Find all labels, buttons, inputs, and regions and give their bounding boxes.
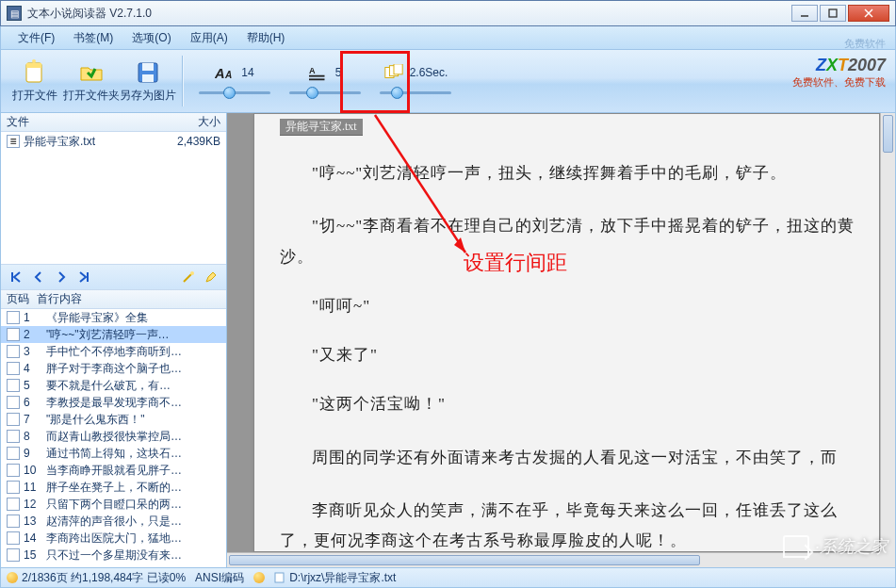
page-first-line: 只留下两个目瞪口呆的两… xyxy=(46,497,220,513)
line-spacing-slider[interactable] xyxy=(289,87,361,98)
menu-bar: 文件(F) 书签(M) 选项(O) 应用(A) 帮助(H) xyxy=(0,26,896,49)
page-icon xyxy=(7,396,20,409)
last-page-button[interactable] xyxy=(74,268,93,286)
page-icon xyxy=(7,447,20,460)
page-row[interactable]: 8而赵青山教授很快掌控局… xyxy=(1,428,226,445)
page-row[interactable]: 7"那是什么鬼东西！" xyxy=(1,411,226,428)
page-first-line: 胖子坐在凳子上，不断的… xyxy=(46,480,220,496)
page-row[interactable]: 9通过书简上得知，这块石… xyxy=(1,445,226,462)
page-row[interactable]: 14李商跨出医院大门，猛地… xyxy=(1,530,226,547)
save-as-image-label: 另存为图片 xyxy=(120,88,176,104)
page-list[interactable]: 1《异能寻宝家》全集2"哼~~"刘艺清轻哼一声…3手中忙个不停地李商听到…4胖子… xyxy=(1,309,226,567)
page-col-num: 页码 xyxy=(7,291,37,307)
page-icon xyxy=(7,514,20,528)
status-bar: 2/1836页 约1,198,484字 已读0% ANSI编码 D:\rjxz\… xyxy=(0,567,896,588)
page-row[interactable]: 13赵清萍的声音很小，只是… xyxy=(1,513,226,530)
page-row[interactable]: 3手中忙个不停地李商听到… xyxy=(1,343,226,360)
page-icon xyxy=(7,481,20,494)
vertical-scrollbar[interactable] xyxy=(880,113,895,552)
page-number: 15 xyxy=(24,548,46,562)
svg-text:A: A xyxy=(309,66,316,75)
page-row[interactable]: 5要不就是什么破瓦，有… xyxy=(1,377,226,394)
open-folder-label: 打开文件夹 xyxy=(63,88,120,104)
scrollbar-thumb[interactable] xyxy=(229,555,700,565)
paragraph: "又来了" xyxy=(280,340,867,370)
page-icon xyxy=(7,413,20,426)
first-page-button[interactable] xyxy=(7,268,25,286)
font-size-icon: AA xyxy=(215,64,236,81)
status-dot-icon xyxy=(7,572,18,583)
file-list[interactable]: ≡ 异能寻宝家.txt 2,439KB xyxy=(1,132,226,264)
page-row[interactable]: 2"哼~~"刘艺清轻哼一声… xyxy=(1,326,226,343)
file-list-header: 文件 大小 xyxy=(1,113,226,132)
page-first-line: 李教授是最早发现李商不… xyxy=(46,395,220,411)
page-icon xyxy=(7,311,20,324)
svg-rect-8 xyxy=(142,63,154,71)
page-number: 9 xyxy=(24,447,46,460)
page-row[interactable]: 12只留下两个目瞪口呆的两… xyxy=(1,496,226,513)
free-software-tag: 免费软件 xyxy=(844,37,886,51)
pages-icon xyxy=(383,64,404,81)
file-col-size: 大小 xyxy=(168,114,220,130)
font-size-value: 14 xyxy=(241,66,253,79)
svg-rect-21 xyxy=(275,573,284,582)
page-number: 2 xyxy=(24,328,46,341)
page-first-line: 只不过一个多星期没有来… xyxy=(46,547,220,564)
line-spacing-icon: A xyxy=(309,64,330,81)
auto-scroll-slider[interactable] xyxy=(380,87,451,98)
page-row[interactable]: 15只不过一个多星期没有来… xyxy=(1,547,226,564)
document-filename-bar: 异能寻宝家.txt xyxy=(280,119,363,136)
page-icon xyxy=(7,345,20,358)
maximize-button[interactable] xyxy=(820,5,846,22)
window-titlebar: ▤ 文本小说阅读器 V2.7.1.0 xyxy=(0,0,896,26)
page-first-line: 要不就是什么破瓦，有… xyxy=(46,378,220,394)
scrollbar-thumb[interactable] xyxy=(883,115,893,153)
page-first-line: "那是什么鬼东西！" xyxy=(46,412,220,428)
prev-page-button[interactable] xyxy=(29,268,48,286)
left-panel: 文件 大小 ≡ 异能寻宝家.txt 2,439KB 页码 首行内容 1《异能寻宝… xyxy=(1,113,227,567)
page-number: 1 xyxy=(24,311,46,324)
status-dot-icon xyxy=(253,572,265,583)
page-icon xyxy=(7,379,20,392)
page-first-line: 而赵青山教授很快掌控局… xyxy=(46,429,220,445)
menu-file[interactable]: 文件(F) xyxy=(8,28,64,48)
menu-app[interactable]: 应用(A) xyxy=(181,28,237,48)
open-folder-button[interactable]: 打开文件夹 xyxy=(63,55,120,107)
file-row[interactable]: ≡ 异能寻宝家.txt 2,439KB xyxy=(1,132,226,151)
open-file-button[interactable]: 打开文件 xyxy=(7,55,63,107)
document-content[interactable]: 异能寻宝家.txt "哼~~"刘艺清轻哼一声，扭头，继续挥舞着手中的毛刷，铲子。… xyxy=(280,119,867,548)
next-page-button[interactable] xyxy=(52,268,71,286)
edit-button[interactable] xyxy=(202,268,220,286)
page-row[interactable]: 6李教授是最早发现李商不… xyxy=(1,394,226,411)
folder-icon xyxy=(78,59,105,86)
page-row[interactable]: 1《异能寻宝家》全集 xyxy=(1,309,226,326)
page-icon xyxy=(7,498,20,511)
menu-bookmark[interactable]: 书签(M) xyxy=(64,28,122,48)
paragraph: "哼~~"刘艺清轻哼一声，扭头，继续挥舞着手中的毛刷，铲子。 xyxy=(280,158,867,188)
options-wand-button[interactable] xyxy=(179,268,198,286)
svg-text:A: A xyxy=(224,70,232,80)
close-button[interactable] xyxy=(848,5,889,22)
svg-point-6 xyxy=(32,59,36,63)
svg-rect-1 xyxy=(829,9,837,17)
save-icon xyxy=(135,59,161,86)
page-number: 6 xyxy=(24,396,46,409)
page-number: 4 xyxy=(24,362,46,375)
page-col-content: 首行内容 xyxy=(37,291,220,307)
page-row[interactable]: 10当李商睁开眼就看见胖子… xyxy=(1,462,226,479)
app-icon: ▤ xyxy=(7,6,22,21)
font-size-slider[interactable] xyxy=(199,87,270,98)
save-as-image-button[interactable]: 另存为图片 xyxy=(120,55,176,107)
minimize-button[interactable] xyxy=(791,5,818,22)
page-first-line: 胖子对于李商这个脑子也… xyxy=(46,361,220,377)
page-first-line: "哼~~"刘艺清轻哼一声… xyxy=(46,327,220,343)
menu-options[interactable]: 选项(O) xyxy=(122,28,180,48)
page-number: 12 xyxy=(24,498,46,511)
svg-rect-5 xyxy=(26,63,41,68)
svg-text:A: A xyxy=(215,66,225,81)
menu-help[interactable]: 帮助(H) xyxy=(237,28,295,48)
status-encoding: ANSI编码 xyxy=(195,570,244,586)
page-row[interactable]: 11胖子坐在凳子上，不断的… xyxy=(1,479,226,496)
page-row[interactable]: 4胖子对于李商这个脑子也… xyxy=(1,360,226,377)
open-file-label: 打开文件 xyxy=(12,88,57,104)
